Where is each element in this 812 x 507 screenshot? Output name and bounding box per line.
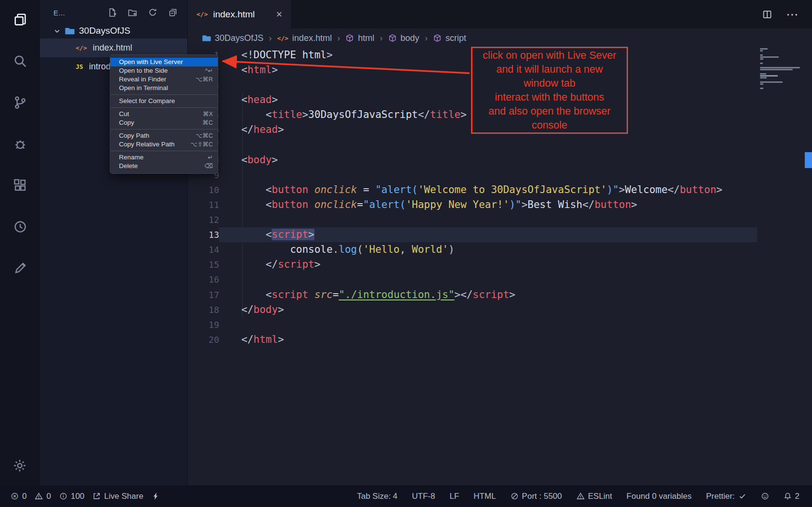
cube-icon — [345, 34, 354, 42]
tab-index-html[interactable]: </> index.html × — [188, 0, 291, 28]
annotation-line: and also open the browser — [472, 104, 627, 118]
status-lf[interactable]: LF — [449, 492, 459, 501]
status-100[interactable]: 100 — [59, 492, 84, 501]
warning-icon — [576, 492, 585, 500]
line-number: 19 — [188, 317, 219, 332]
breadcrumb: 30DaysOfJS›</>index.html›html›body›scrip… — [188, 28, 812, 48]
code-line-18[interactable]: 18</body> — [188, 302, 757, 317]
folder-label: 30DaysOfJS — [79, 26, 131, 36]
code-line-13[interactable]: 13 <script> — [188, 227, 757, 242]
status-0[interactable]: 0 — [35, 492, 51, 501]
menu-rename[interactable]: Rename↵ — [110, 153, 218, 162]
new-file-icon[interactable] — [107, 8, 117, 17]
status-prettier-[interactable]: Prettier: — [706, 492, 747, 501]
status-zap[interactable] — [152, 492, 160, 500]
cube-icon — [433, 34, 442, 42]
status-found-0-variables[interactable]: Found 0 variables — [627, 492, 692, 501]
status-bar: 00100Live Share Tab Size: 4UTF-8LFHTMLPo… — [0, 485, 812, 507]
smiley-icon — [761, 492, 769, 500]
feedback-icon[interactable] — [13, 261, 27, 275]
menu-copy-relative-path[interactable]: Copy Relative Path⌥⇧⌘C — [110, 140, 218, 149]
zap-icon — [152, 492, 160, 500]
code-line-16[interactable]: 16 — [188, 272, 757, 287]
explorer-icon[interactable] — [13, 13, 27, 27]
menu-copy-path[interactable]: Copy Path⌥⌘C — [110, 131, 218, 140]
breadcrumb-script[interactable]: script — [433, 33, 466, 43]
menu-cut[interactable]: Cut⌘X — [110, 110, 218, 118]
code-line-8[interactable]: 8<body> — [188, 153, 757, 168]
code-icon: </> — [277, 35, 288, 42]
folder-icon — [202, 34, 211, 42]
menu-separator — [111, 129, 217, 130]
status-2[interactable]: 2 — [784, 492, 799, 501]
line-number: 14 — [188, 242, 219, 257]
history-icon[interactable] — [13, 220, 27, 234]
status-eslint[interactable]: ESLint — [576, 492, 612, 501]
code-line-11[interactable]: 11 <button onclick="alert('Happy New Yea… — [188, 197, 757, 212]
menu-open-in-terminal[interactable]: Open in Terminal — [110, 84, 218, 92]
line-number: 10 — [188, 182, 219, 197]
status-smiley[interactable] — [761, 492, 769, 500]
status-live-share[interactable]: Live Share — [92, 492, 143, 501]
code-line-9[interactable]: 9 — [188, 168, 757, 182]
annotation-line: interact with the buttons — [472, 91, 627, 104]
search-icon[interactable] — [13, 54, 27, 68]
line-number: 18 — [188, 302, 219, 317]
settings-gear-icon[interactable] — [13, 458, 27, 473]
scrollbar-decoration — [805, 152, 812, 168]
breadcrumb-html[interactable]: html — [345, 33, 374, 43]
editor-actions: ⋯ — [762, 0, 812, 28]
annotation-line: click on open with Live Sever — [472, 49, 627, 63]
code-line-20[interactable]: 20</html> — [188, 332, 757, 347]
new-folder-icon[interactable] — [128, 8, 137, 17]
more-actions-icon[interactable]: ⋯ — [786, 8, 799, 21]
code-line-7[interactable]: 7 — [188, 138, 757, 153]
menu-open-to-the-side[interactable]: Open to the Side^↵ — [110, 66, 218, 75]
menu-open-with-live-server[interactable]: Open with Live Server — [110, 58, 218, 66]
split-editor-icon[interactable] — [762, 9, 773, 20]
breadcrumb-index-html[interactable]: </>index.html — [277, 33, 332, 43]
check-icon — [738, 492, 747, 500]
menu-select-for-compare[interactable]: Select for Compare — [110, 97, 218, 105]
annotation-line: and it will launch a new — [472, 63, 627, 77]
share-icon — [92, 492, 101, 500]
folder-icon — [65, 26, 75, 36]
status-0[interactable]: 0 — [11, 492, 26, 501]
error-icon — [11, 492, 19, 500]
code-line-17[interactable]: 17 <script src="./introduction.js"></scr… — [188, 287, 757, 302]
line-number: 15 — [188, 257, 219, 272]
code-line-10[interactable]: 10 <button onclick = "alert('Welcome to … — [188, 182, 757, 197]
code-line-12[interactable]: 12 — [188, 212, 757, 227]
extensions-icon[interactable] — [13, 178, 27, 193]
status-html[interactable]: HTML — [473, 492, 496, 501]
breadcrumb-separator-icon: › — [425, 33, 428, 43]
html-file-icon: </> — [196, 11, 208, 18]
menu-delete[interactable]: Delete⌫ — [110, 162, 218, 170]
annotation-line: window tab — [472, 77, 627, 91]
explorer-title: E... — [53, 9, 65, 17]
explorer-header: E... — [40, 0, 187, 23]
menu-reveal-in-finder[interactable]: Reveal in Finder⌥⌘R — [110, 75, 218, 84]
status-port-5500[interactable]: Port : 5500 — [511, 492, 562, 501]
menu-separator — [111, 151, 217, 151]
run-debug-icon[interactable] — [13, 137, 27, 151]
line-number: 16 — [188, 272, 219, 287]
code-line-14[interactable]: 14 console.log('Hello, World') — [188, 242, 757, 257]
breadcrumb-30daysofjs[interactable]: 30DaysOfJS — [202, 33, 263, 43]
tab-label: index.html — [213, 9, 255, 20]
tab-close-icon[interactable]: × — [276, 9, 282, 20]
minimap[interactable] — [760, 48, 804, 90]
breadcrumb-body[interactable]: body — [388, 33, 419, 43]
chevron-down-icon — [53, 27, 61, 35]
line-number: 13 — [188, 227, 219, 242]
status-tab-size-4[interactable]: Tab Size: 4 — [357, 492, 397, 501]
refresh-icon[interactable] — [148, 8, 157, 17]
context-menu: Open with Live ServerOpen to the Side^↵R… — [110, 54, 218, 174]
status-utf-8[interactable]: UTF-8 — [412, 492, 435, 501]
folder-row-30daysofjs[interactable]: 30DaysOfJS — [40, 23, 187, 39]
source-control-icon[interactable] — [13, 95, 27, 110]
code-line-15[interactable]: 15 </script> — [188, 257, 757, 272]
menu-copy[interactable]: Copy⌘C — [110, 118, 218, 127]
code-line-19[interactable]: 19 — [188, 317, 757, 332]
collapse-folders-icon[interactable] — [168, 8, 178, 17]
